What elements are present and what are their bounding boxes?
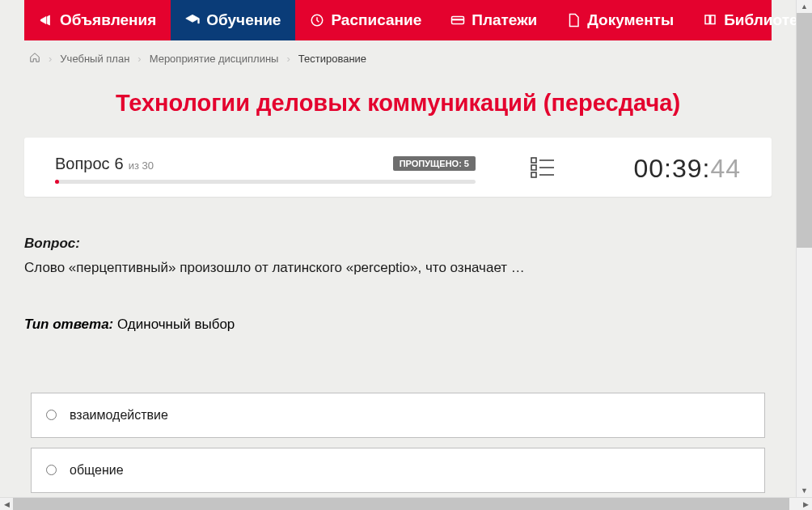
answer-option[interactable]: взаимодействие bbox=[31, 393, 765, 438]
page-title: Технологии деловых коммуникаций (пересда… bbox=[0, 75, 796, 138]
svg-rect-2 bbox=[452, 19, 464, 21]
graduation-cap-icon bbox=[185, 13, 200, 28]
horizontal-scrollbar[interactable]: ◀ ▶ bbox=[0, 497, 812, 510]
question-label: Вопрос: bbox=[24, 236, 772, 252]
nav-label: Платежи bbox=[472, 11, 537, 29]
nav-schedule[interactable]: Расписание bbox=[295, 0, 436, 40]
file-icon bbox=[566, 13, 581, 28]
card-icon bbox=[450, 13, 465, 28]
nav-label: Обучение bbox=[206, 11, 281, 29]
chevron-right-icon: › bbox=[49, 53, 52, 65]
home-icon[interactable] bbox=[29, 52, 40, 66]
answer-text: общение bbox=[70, 463, 124, 478]
nav-library[interactable]: Библиотека bbox=[688, 0, 796, 40]
nav-label: Библиотека bbox=[724, 11, 796, 29]
vertical-scrollbar[interactable]: ▲ ▼ bbox=[796, 0, 812, 497]
answer-text: взаимодействие bbox=[70, 408, 168, 423]
timer: 00:39:44 bbox=[633, 154, 741, 184]
scroll-up-arrow[interactable]: ▲ bbox=[797, 0, 812, 13]
scroll-right-arrow[interactable]: ▶ bbox=[799, 498, 812, 510]
breadcrumb-current: Тестирование bbox=[298, 53, 366, 65]
nav-label: Расписание bbox=[331, 11, 421, 29]
scroll-down-arrow[interactable]: ▼ bbox=[797, 484, 812, 497]
nav-documents[interactable]: Документы bbox=[552, 0, 688, 40]
main-navbar: Объявления Обучение Расписание Платежи Д… bbox=[24, 0, 772, 40]
question-text: Слово «перцептивный» произошло от латинс… bbox=[24, 258, 772, 278]
answer-radio[interactable] bbox=[46, 410, 57, 420]
answer-type: Тип ответа: Одиночный выбор bbox=[24, 317, 772, 333]
book-icon bbox=[703, 13, 717, 28]
nav-announcements[interactable]: Объявления bbox=[24, 0, 171, 40]
question-list-icon[interactable] bbox=[531, 156, 555, 182]
chevron-right-icon: › bbox=[286, 53, 290, 65]
answers-list: взаимодействие общение восприятие bbox=[0, 357, 796, 497]
chevron-right-icon: › bbox=[137, 53, 141, 65]
scroll-left-arrow[interactable]: ◀ bbox=[0, 498, 13, 510]
answer-radio[interactable] bbox=[46, 465, 57, 475]
megaphone-icon bbox=[39, 13, 53, 28]
nav-label: Объявления bbox=[60, 11, 156, 29]
skipped-badge: ПРОПУЩЕНО: 5 bbox=[393, 156, 476, 171]
nav-education[interactable]: Обучение bbox=[171, 0, 295, 40]
breadcrumb-curriculum[interactable]: Учебный план bbox=[60, 53, 129, 65]
clock-icon bbox=[310, 13, 324, 28]
question-counter: Вопрос 6 из 30 bbox=[55, 155, 154, 173]
svg-rect-5 bbox=[531, 172, 536, 177]
svg-rect-3 bbox=[531, 158, 536, 163]
status-bar: Вопрос 6 из 30 ПРОПУЩЕНО: 5 00:39:44 bbox=[24, 138, 772, 197]
breadcrumb: › Учебный план › Мероприятие дисциплины … bbox=[0, 40, 796, 75]
nav-label: Документы bbox=[587, 11, 674, 29]
scroll-thumb[interactable] bbox=[797, 13, 812, 248]
nav-payments[interactable]: Платежи bbox=[436, 0, 552, 40]
svg-rect-4 bbox=[531, 165, 536, 170]
progress-bar bbox=[55, 180, 476, 184]
scroll-thumb[interactable] bbox=[13, 498, 789, 510]
breadcrumb-discipline-event[interactable]: Мероприятие дисциплины bbox=[150, 53, 279, 65]
answer-option[interactable]: общение bbox=[31, 448, 765, 493]
